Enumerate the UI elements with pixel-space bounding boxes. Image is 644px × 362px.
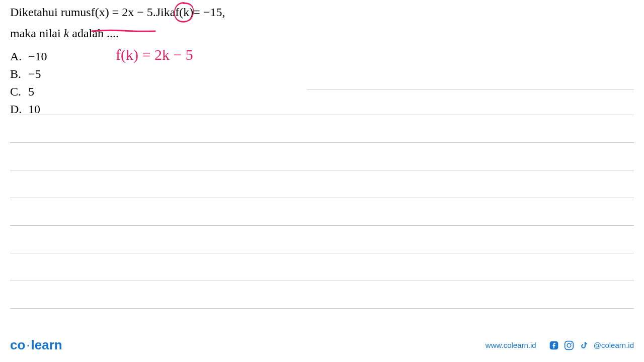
jika-prefix: Jika: [156, 4, 176, 21]
ruled-line: [10, 170, 634, 170]
social-handle: @colearn.id: [594, 341, 634, 349]
question-line-2: maka nilai k adalah ....: [10, 25, 634, 42]
option-letter: B.: [10, 65, 21, 83]
fk-circled: f(k): [175, 4, 193, 21]
ruled-line: [307, 89, 634, 90]
question-line-1: Diketahui rumus f(x) = 2x − 5. Jika f(k)…: [10, 4, 634, 21]
brand-logo: co·learn: [10, 337, 62, 353]
question-prefix: Diketahui rumus: [10, 4, 91, 21]
option-value: −5: [28, 65, 41, 83]
footer-right: www.colearn.id @colearn.id: [486, 340, 634, 351]
option-letter: A.: [10, 48, 21, 65]
footer-url: www.colearn.id: [486, 341, 536, 349]
instagram-icon: [564, 340, 575, 351]
ruled-line: [10, 281, 634, 281]
ruled-line: [10, 308, 634, 309]
ruled-lines-area: [10, 89, 634, 324]
option-value: −10: [28, 48, 47, 65]
ruled-line: [10, 142, 634, 143]
tiktok-icon: [579, 340, 590, 351]
social-links: @colearn.id: [548, 340, 634, 351]
ruled-line: [10, 225, 634, 226]
red-underline-annotation: [91, 21, 156, 23]
option-b: B. −5: [10, 65, 634, 83]
option-a: A. −10: [10, 48, 634, 65]
equals-value: = −15,: [193, 4, 225, 21]
ruled-line: [10, 198, 634, 198]
facebook-icon: [548, 340, 559, 351]
svg-rect-1: [565, 341, 573, 349]
ruled-line: [10, 253, 634, 253]
ruled-line: [10, 115, 634, 115]
svg-point-2: [567, 343, 571, 347]
svg-point-3: [571, 342, 572, 343]
handwritten-annotation: f(k) = 2k − 5: [116, 46, 193, 63]
formula-fx: f(x) = 2x − 5.: [91, 4, 156, 21]
footer: co·learn www.colearn.id @colearn.id: [10, 337, 634, 353]
